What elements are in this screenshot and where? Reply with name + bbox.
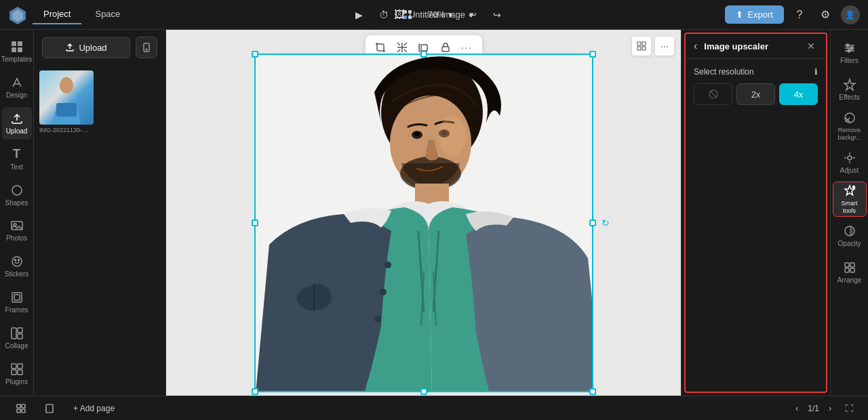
svg-rect-33 xyxy=(642,42,646,45)
svg-point-63 xyxy=(852,186,854,188)
svg-rect-73 xyxy=(46,404,53,413)
handle-middle-right[interactable]: ↻ xyxy=(589,219,596,226)
svg-point-55 xyxy=(846,44,849,47)
canvas-frame[interactable]: ↻ xyxy=(254,54,593,392)
canvas-grid-btn[interactable] xyxy=(632,37,651,56)
svg-rect-34 xyxy=(637,47,641,50)
sidebar-item-photos[interactable]: Photos xyxy=(2,214,32,247)
sidebar-item-text[interactable]: T Text xyxy=(2,142,32,175)
export-button[interactable]: ⬆ Export xyxy=(725,5,784,24)
handle-top-right[interactable] xyxy=(589,51,596,58)
rt-adjust[interactable]: Adjust xyxy=(833,145,867,180)
upload-items-grid: Added IMG-20221130- xyxy=(39,70,160,133)
back-btn[interactable]: ‹ xyxy=(694,40,697,52)
sidebar-item-plugins-label: Plugins xyxy=(5,378,28,385)
help-btn[interactable]: ? xyxy=(789,5,810,25)
page-thumb-btn[interactable] xyxy=(39,401,60,416)
sidebar-item-shapes[interactable]: Shapes xyxy=(2,178,32,211)
tab-space[interactable]: Space xyxy=(84,5,131,24)
sidebar-item-frames[interactable]: Frames xyxy=(2,286,32,319)
sidebar-item-collage[interactable]: Collage xyxy=(2,321,32,354)
resolution-original-btn[interactable] xyxy=(694,83,732,105)
upload-button[interactable]: Upload xyxy=(42,37,130,58)
mobile-btn[interactable] xyxy=(136,37,157,58)
timer-btn[interactable]: ⏱ xyxy=(374,5,394,25)
export-icon: ⬆ xyxy=(736,9,743,20)
svg-rect-22 xyxy=(12,364,16,369)
canvas-more-btn[interactable]: ··· xyxy=(655,37,674,56)
svg-point-47 xyxy=(380,289,387,295)
sidebar-item-design[interactable]: Design xyxy=(2,71,32,104)
svg-rect-68 xyxy=(850,268,854,272)
add-page-btn[interactable]: + Add page xyxy=(68,401,120,416)
svg-rect-65 xyxy=(845,263,849,267)
grid-view-btn[interactable] xyxy=(11,401,31,416)
sidebar-item-stickers[interactable]: Stickers xyxy=(2,250,32,283)
sidebar-item-text-label: Text xyxy=(10,163,22,171)
rt-arrange[interactable]: Arrange xyxy=(833,255,867,290)
left-sidebar: Templates Design Upload T Text Shapes Ph… xyxy=(0,30,34,396)
upload-btn-label: Upload xyxy=(79,43,106,53)
svg-rect-23 xyxy=(18,364,22,369)
page-nav: ‹ 1/1 › ⛶ xyxy=(791,402,857,415)
bottom-bar: + Add page ‹ 1/1 › ⛶ xyxy=(0,396,868,420)
svg-point-42 xyxy=(414,132,420,136)
resolution-info-icon[interactable]: ℹ xyxy=(814,67,818,77)
svg-rect-44 xyxy=(415,184,449,211)
svg-rect-8 xyxy=(12,47,16,52)
svg-point-15 xyxy=(14,259,16,261)
svg-point-16 xyxy=(18,259,19,261)
upload-item[interactable]: Added IMG-20221130- xyxy=(39,70,94,133)
rt-remove-bg[interactable]: Removebackgr... xyxy=(833,108,867,144)
sidebar-item-upload[interactable]: Upload xyxy=(2,107,32,140)
handle-middle-left[interactable] xyxy=(252,219,258,226)
sidebar-item-templates[interactable]: Templates xyxy=(2,35,32,68)
settings-btn[interactable]: ⚙ xyxy=(815,5,835,25)
canvas-top-right: ··· xyxy=(632,37,674,56)
svg-rect-70 xyxy=(22,404,25,408)
rt-opacity[interactable]: Opacity xyxy=(833,218,867,253)
resolution-2x-btn[interactable]: 2x xyxy=(736,83,775,105)
svg-point-38 xyxy=(390,96,471,190)
tab-project[interactable]: Project xyxy=(33,5,81,24)
prev-page-btn[interactable]: ‹ xyxy=(791,402,802,415)
resolution-options: 2x 4x xyxy=(694,83,818,105)
svg-rect-30 xyxy=(421,45,427,51)
sidebar-item-shapes-label: Shapes xyxy=(5,199,28,207)
file-name-btn[interactable]: 🖼 Untitled image ▾ xyxy=(394,9,474,21)
sidebar-item-plugins[interactable]: Plugins xyxy=(2,357,32,390)
upscaler-title: Image upscaler xyxy=(704,41,800,51)
handle-top-center[interactable] xyxy=(420,51,427,58)
svg-rect-25 xyxy=(18,370,22,375)
rt-filters[interactable]: Filters xyxy=(833,35,867,70)
redo-btn[interactable]: ↪ xyxy=(487,5,507,25)
svg-point-49 xyxy=(439,116,466,156)
next-page-btn[interactable]: › xyxy=(825,402,835,415)
resolution-4x-btn[interactable]: 4x xyxy=(779,83,818,105)
image-upscaler-panel: ‹ Image upscaler ✕ Select resolution ℹ 2… xyxy=(684,33,827,393)
topbar: Project Space 🖼 Untitled image ▾ ▶ ⏱ 70%… xyxy=(0,0,868,30)
fullscreen-btn[interactable]: ⛶ xyxy=(841,402,857,415)
svg-point-43 xyxy=(441,131,447,135)
rt-smart-tools[interactable]: Smarttools xyxy=(833,182,867,217)
handle-bottom-center[interactable] xyxy=(420,388,427,395)
sidebar-item-collage-label: Collage xyxy=(5,342,28,350)
page-info: 1/1 xyxy=(808,404,819,413)
svg-rect-17 xyxy=(12,293,22,302)
user-btn[interactable]: 👤 xyxy=(841,5,860,24)
svg-point-37 xyxy=(381,58,483,167)
play-btn[interactable]: ▶ xyxy=(349,5,370,25)
app-logo[interactable] xyxy=(8,5,27,24)
svg-rect-35 xyxy=(642,47,646,50)
sidebar-item-frames-label: Frames xyxy=(5,306,28,314)
export-label: Export xyxy=(747,9,773,20)
rt-adjust-label: Adjust xyxy=(840,167,859,174)
file-name-label: Untitled image xyxy=(409,9,465,20)
handle-top-left[interactable] xyxy=(252,51,258,58)
upscaler-close-btn[interactable]: ✕ xyxy=(804,39,818,53)
upload-item-thumbnail[interactable]: Added xyxy=(39,70,94,125)
handle-bottom-right[interactable] xyxy=(589,388,596,395)
svg-rect-20 xyxy=(18,328,22,333)
rt-effects[interactable]: Effects xyxy=(833,72,867,107)
handle-bottom-left[interactable] xyxy=(252,388,258,395)
